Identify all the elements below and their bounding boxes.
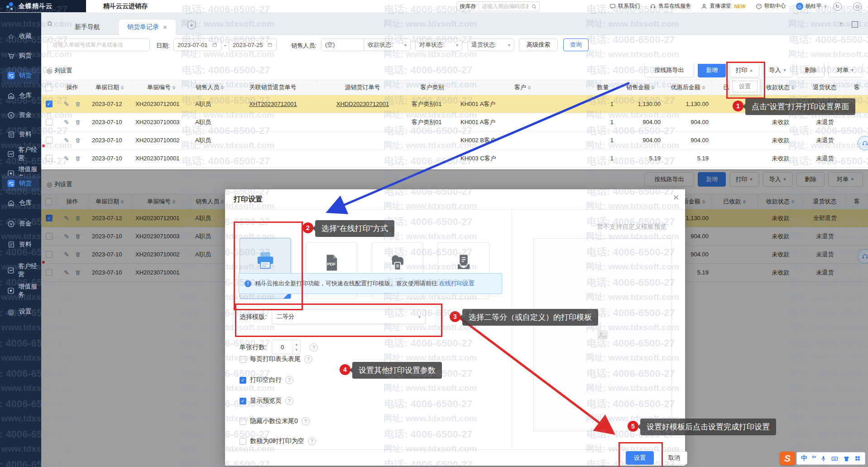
advanced-search-button[interactable]: 高级搜索	[519, 39, 558, 51]
dialog-ok-button[interactable]: 设置	[626, 451, 654, 465]
import-button[interactable]: 导入▼	[763, 63, 793, 77]
sidebar-item-funds[interactable]: ¥资金	[0, 107, 41, 123]
sort-icon[interactable]	[702, 86, 705, 90]
edit-icon[interactable]: ✎	[64, 137, 69, 144]
date-from-input[interactable]: 2023-07-01	[173, 39, 221, 51]
sidebar-item-vas-2[interactable]: 增值服务	[0, 283, 41, 298]
ime-toolbar[interactable]: S 中 °′	[780, 451, 865, 466]
help-icon[interactable]: ?	[285, 397, 293, 405]
brand-logo[interactable]: 金蝶精斗云	[0, 0, 86, 12]
home-icon[interactable]: ⌂	[48, 19, 52, 28]
help-icon[interactable]: ?	[308, 437, 316, 445]
checkbox[interactable]: ✓	[240, 377, 246, 384]
row-checkbox[interactable]	[46, 155, 53, 162]
column-header[interactable]: 单据日期	[88, 80, 132, 95]
export-by-route-button[interactable]: 按线路导出	[644, 63, 694, 77]
column-header[interactable]: 优惠后金额	[664, 80, 712, 95]
source-order-link[interactable]: XHDD20230712001	[336, 101, 389, 107]
sort-icon[interactable]	[791, 86, 795, 90]
table-row[interactable]: ✎2023-07-10XH20230710003A职员客户类别01KH001 A…	[41, 113, 868, 131]
sidebar-item-warehouse[interactable]: 仓库	[0, 88, 41, 103]
row-checkbox[interactable]	[46, 137, 53, 144]
sidebar-item-sales-2[interactable]: 销货	[2, 176, 39, 191]
print-option-0[interactable]: 每页打印表头表尾?	[240, 355, 312, 363]
sort-icon[interactable]	[651, 86, 655, 90]
sidebar-item-data-2[interactable]: 资料	[0, 237, 41, 252]
search-icon[interactable]	[531, 4, 537, 10]
sidebar-item-sales[interactable]: 销货	[2, 68, 39, 83]
contact-us-link[interactable]: 联系我们	[609, 2, 640, 10]
online-print-settings-link[interactable]: 在线打印设置	[439, 280, 475, 287]
delete-icon[interactable]	[75, 137, 81, 144]
sidebar-item-settings[interactable]: ◎设置	[0, 304, 41, 319]
query-button[interactable]: 查询	[563, 39, 589, 51]
keyword-filter-input[interactable]	[48, 39, 150, 51]
select-all-checkbox[interactable]	[45, 84, 52, 91]
column-header[interactable]: 客户	[457, 80, 589, 95]
print-button[interactable]: 打印▲	[729, 63, 759, 77]
ime-punct-indicator[interactable]: °′	[812, 455, 816, 462]
sidebar-item-customer-2[interactable]: 客户经营	[0, 263, 41, 278]
delete-button[interactable]: 删除	[796, 63, 825, 77]
search-input[interactable]	[479, 3, 531, 10]
receive-status-select[interactable]: 收款状态:▾	[364, 39, 411, 51]
microphone-icon[interactable]	[820, 455, 826, 462]
print-option-1[interactable]: ✓打印空白行?	[240, 376, 293, 384]
delete-icon[interactable]	[75, 155, 81, 162]
user-menu[interactable]: ☺ 杨桂平 ∨	[796, 2, 827, 10]
delete-icon[interactable]	[75, 119, 81, 125]
table-row[interactable]: ✎2023-07-10XH20230710001KH003 C客户15.195.…	[41, 149, 868, 168]
date-to-input[interactable]: 2023-07-25	[229, 39, 277, 51]
reconcile-button[interactable]: 对单▼	[828, 63, 863, 77]
tab-newbie-guide[interactable]: 新手导航	[67, 19, 108, 35]
column-settings-button[interactable]: ◎ 列设置	[47, 67, 72, 75]
close-icon[interactable]: ✕	[673, 193, 679, 202]
edit-icon[interactable]: ✎	[64, 101, 69, 108]
tab-sales-records[interactable]: 销货单记录 ✕	[119, 19, 176, 35]
fullscreen-icon[interactable]	[852, 21, 858, 29]
sidebar-item-funds-2[interactable]: ¥资金	[0, 216, 41, 231]
help-center-link[interactable]: ? 帮助中心	[756, 2, 786, 10]
sidebar-item-purchase[interactable]: 购货	[0, 48, 41, 63]
edit-icon[interactable]: ✎	[64, 155, 69, 162]
sort-icon[interactable]	[528, 86, 531, 90]
stepper-arrows[interactable]: ▲▼	[293, 340, 300, 354]
checkbox[interactable]	[240, 418, 246, 425]
sort-icon[interactable]	[221, 86, 224, 90]
table-row[interactable]: ✎2023-07-10XH20230710002A职员KH002 B客户1904…	[41, 131, 868, 149]
column-header[interactable]: 销售金额	[617, 80, 664, 95]
sidebar-item-favorites[interactable]: ☆收藏	[0, 29, 41, 44]
print-option-2[interactable]: ✓显示预览页?	[240, 397, 293, 405]
column-header[interactable]: 单据编号	[132, 80, 192, 95]
refresh-icon[interactable]: ↻	[833, 2, 842, 11]
sidebar-item-customer[interactable]: 客户经营	[0, 146, 41, 162]
sort-icon[interactable]	[120, 86, 124, 90]
ime-lang-indicator[interactable]: 中	[801, 454, 807, 462]
return-status-select[interactable]: 退货状态:▾	[467, 39, 514, 51]
help-icon[interactable]: ?	[302, 417, 310, 425]
checkbox[interactable]	[240, 438, 246, 445]
print-option-4[interactable]: 数额为0时打印为空?	[240, 437, 316, 445]
related-order-link[interactable]: XHT20230712001	[249, 101, 297, 107]
checkbox[interactable]	[240, 356, 246, 363]
add-new-button[interactable]: 新增	[698, 63, 726, 77]
sort-icon[interactable]	[172, 86, 176, 90]
print-option-3[interactable]: 隐藏小数位末尾0?	[240, 417, 310, 425]
row-checkbox[interactable]	[46, 119, 53, 125]
grid-menu-icon[interactable]	[854, 455, 861, 462]
delete-icon[interactable]	[75, 101, 81, 107]
live-class-link[interactable]: 直播课堂 NEW	[701, 2, 746, 10]
rows-per-sheet-stepper[interactable]: 0 ▲▼	[272, 340, 301, 354]
template-select[interactable]: 二等分 ▾	[272, 309, 426, 324]
print-menu-settings-item[interactable]: 设置	[732, 81, 758, 92]
power-icon[interactable]: ⊙	[853, 2, 862, 11]
keyboard-icon[interactable]	[831, 455, 839, 462]
dialog-cancel-button[interactable]: 取消	[661, 451, 687, 465]
row-checkbox[interactable]: ✓	[46, 101, 53, 107]
help-icon[interactable]: ?	[285, 376, 293, 384]
help-icon[interactable]: ?	[310, 343, 318, 351]
checkbox[interactable]: ✓	[240, 398, 246, 404]
skin-icon[interactable]	[843, 455, 850, 462]
scroll-top-icon[interactable]: ↑	[839, 20, 843, 28]
close-tab-icon[interactable]: ✕	[163, 24, 168, 31]
